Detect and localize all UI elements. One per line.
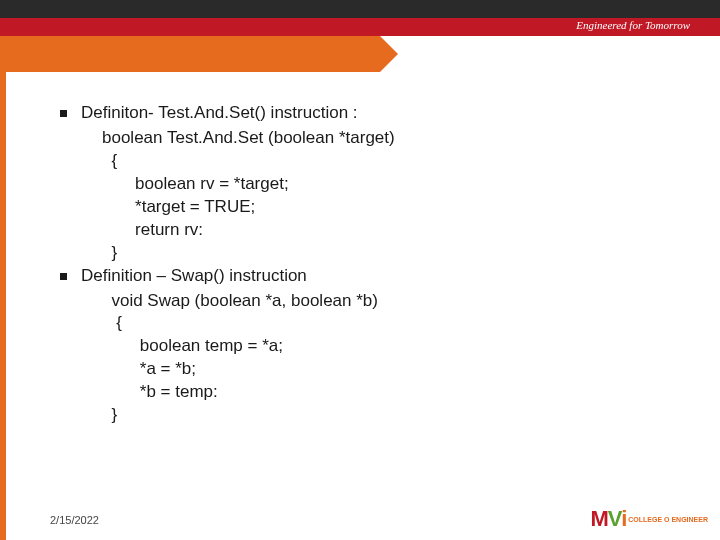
bullet-item: Definiton- Test.And.Set() instruction : <box>60 102 680 125</box>
bullet-square-icon <box>60 273 67 280</box>
slide-content: Definiton- Test.And.Set() instruction : … <box>0 72 720 427</box>
bullet-title: Definition – Swap() instruction <box>81 265 307 288</box>
left-stripe <box>0 72 6 540</box>
top-dark-bar <box>0 0 720 18</box>
logo-subtext: COLLEGE O ENGINEER <box>628 516 708 523</box>
tagline-bar: Engineered for Tomorrow <box>0 18 720 36</box>
bullet-square-icon <box>60 110 67 117</box>
footer-logo: MVi COLLEGE O ENGINEER <box>591 506 708 532</box>
bullet-title: Definiton- Test.And.Set() instruction : <box>81 102 358 125</box>
code-block: void Swap (boolean *a, boolean *b) { boo… <box>102 290 680 428</box>
orange-banner <box>0 36 380 72</box>
code-block: boolean Test.And.Set (boolean *target) {… <box>102 127 680 265</box>
footer-date: 2/15/2022 <box>50 514 99 526</box>
bullet-item: Definition – Swap() instruction <box>60 265 680 288</box>
tagline-text: Engineered for Tomorrow <box>576 19 690 31</box>
logo-mark: MVi <box>591 506 627 532</box>
